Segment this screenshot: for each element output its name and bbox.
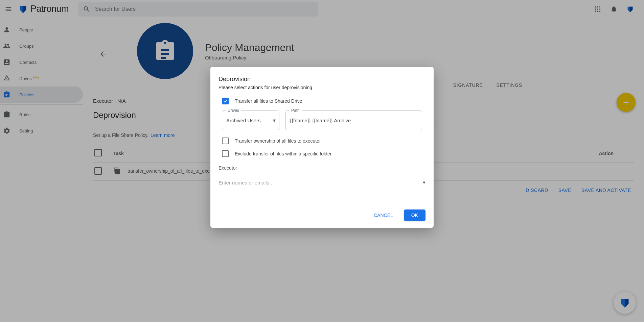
modal-title: Deprovision xyxy=(218,76,426,83)
field-label: Drives xyxy=(226,108,241,113)
modal-overlay[interactable]: Deprovision Please select actions for us… xyxy=(0,0,644,322)
deprovision-modal: Deprovision Please select actions for us… xyxy=(210,67,434,228)
checkbox-checked-icon[interactable] xyxy=(222,98,229,104)
modal-ok-button[interactable]: OK xyxy=(404,209,426,221)
path-field[interactable]: Path xyxy=(285,110,422,130)
option-exclude-folder[interactable]: Exclude transfer of files within a speci… xyxy=(222,150,426,157)
checkbox-unchecked[interactable] xyxy=(222,138,229,144)
dropdown-arrow-icon: ▾ xyxy=(273,117,276,124)
dropdown-arrow-icon: ▾ xyxy=(423,179,426,185)
modal-cancel-button[interactable]: CANCEL xyxy=(368,209,398,221)
field-label: Path xyxy=(289,108,302,113)
executor-input[interactable]: Enter names or emails... ▾ xyxy=(218,176,426,189)
executor-placeholder: Enter names or emails... xyxy=(218,180,274,185)
option-transfer-shared[interactable]: Transfer all files to Shared Drive xyxy=(222,98,426,104)
modal-subtitle: Please select actions for user deprovisi… xyxy=(218,85,426,90)
option-label: Exclude transfer of files within a speci… xyxy=(235,151,331,156)
option-transfer-executor[interactable]: Transfer ownership of all files to execu… xyxy=(222,138,426,144)
executor-label: Executor xyxy=(218,165,426,171)
path-input[interactable] xyxy=(290,118,418,123)
drives-select[interactable]: Drives Archived Users ▾ xyxy=(222,110,279,130)
drives-value: Archived Users xyxy=(226,118,275,123)
option-label: Transfer all files to Shared Drive xyxy=(235,98,302,104)
checkbox-unchecked[interactable] xyxy=(222,150,229,157)
option-label: Transfer ownership of all files to execu… xyxy=(235,138,321,144)
